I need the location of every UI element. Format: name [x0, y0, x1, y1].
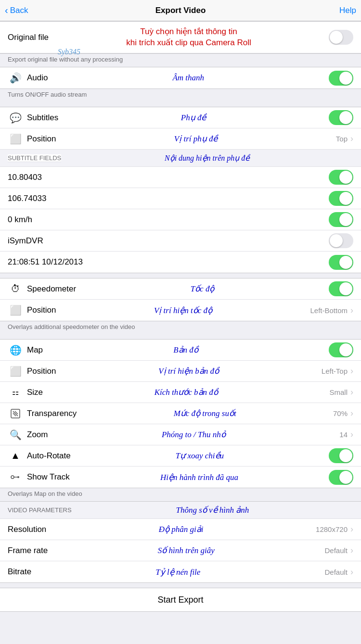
map-transparency-label: Transparency: [27, 409, 77, 418]
map-autorotate-icon: ▲: [8, 448, 23, 464]
map-size-hint: Kích thước bản đồ: [43, 387, 329, 397]
map-showtrack-label: Show Track: [27, 472, 70, 482]
resolution-chevron-icon: ›: [350, 524, 353, 534]
speedometer-position-value: Left-Bottom: [310, 306, 348, 315]
original-file-toggle[interactable]: [329, 30, 353, 45]
subtitles-label: Subtitles: [27, 113, 58, 123]
speedometer-position-hint: Vị trí hiện tốc độ: [56, 305, 310, 316]
subtitle-field-label-2: 0 km/h: [8, 215, 32, 225]
speedometer-section: ⏱ Speedometer Tốc độ ⬜ Position Vị trí h…: [0, 278, 361, 321]
map-zoom-row[interactable]: 🔍 Zoom Phóng to / Thu nhỏ 14 ›: [0, 424, 361, 445]
subtitle-field-label-0: 10.80403: [8, 173, 42, 182]
map-autorotate-hint: Tự xoay chiều: [71, 451, 329, 461]
subtitles-toggle[interactable]: [329, 110, 353, 125]
map-size-row[interactable]: ⚏ Size Kích thước bản đồ Small ›: [0, 382, 361, 403]
speedometer-toggle[interactable]: [329, 281, 353, 296]
map-position-label: Position: [27, 366, 56, 376]
map-size-value: Small: [329, 388, 348, 396]
map-showtrack-hint: Hiện hành trình đã qua: [70, 472, 329, 482]
bitrate-label: Bitrate: [8, 567, 31, 577]
start-export-label: Start Export: [157, 595, 203, 605]
back-label: Back: [10, 6, 28, 15]
map-transparency-icon: [8, 406, 23, 421]
map-autorotate-toggle[interactable]: [329, 448, 353, 463]
map-size-chevron-icon: ›: [350, 387, 353, 397]
map-zoom-icon: 🔍: [8, 427, 23, 442]
subtitle-position-right: Top ›: [336, 134, 353, 144]
map-transparency-right: 70% ›: [333, 408, 353, 418]
original-file-row: Original file Tuỳ chọn hiện tắt thông ti…: [0, 22, 361, 53]
speedometer-footer: Overlays additional speedometer on the v…: [0, 321, 361, 334]
map-showtrack-icon: [8, 469, 23, 485]
map-hint: Bản đồ: [43, 345, 329, 355]
subtitle-field-toggle-1[interactable]: [329, 191, 353, 206]
back-button[interactable]: ‹ Back: [5, 5, 28, 16]
nav-title: Export Video: [155, 6, 206, 15]
speedometer-icon: ⏱: [8, 281, 23, 297]
map-transparency-value: 70%: [333, 409, 348, 417]
speedometer-position-row[interactable]: ⬜ Position Vị trí hiện tốc độ Left-Botto…: [0, 300, 361, 321]
subtitle-fields-header-row: SUBTITLE FIELDS Nội dung hiện trên phụ đ…: [0, 150, 361, 167]
map-showtrack-toggle[interactable]: [329, 470, 353, 485]
subtitle-field-row-2: 0 km/h: [0, 209, 361, 230]
audio-toggle[interactable]: [329, 71, 353, 86]
back-chevron-icon: ‹: [5, 5, 8, 16]
map-position-row[interactable]: ⬜ Position Vị trí hiện bản đồ Left-Top ›: [0, 361, 361, 382]
svg-point-4: [11, 476, 14, 479]
map-showtrack-row: Show Track Hiện hành trình đã qua: [0, 467, 361, 488]
map-row: 🌐 Map Bản đồ: [0, 340, 361, 361]
map-autorotate-row: ▲ Auto-Rotate Tự xoay chiều: [0, 445, 361, 467]
resolution-label: Resolution: [8, 525, 46, 534]
subtitle-field-toggle-2[interactable]: [329, 212, 353, 227]
map-label: Map: [27, 345, 43, 355]
map-position-hint: Vị trí hiện bản đồ: [56, 366, 321, 376]
subtitle-field-toggle-3[interactable]: [329, 233, 353, 248]
map-zoom-label: Zoom: [27, 430, 48, 440]
map-toggle[interactable]: [329, 342, 353, 357]
subtitle-field-label-1: 106.74033: [8, 194, 46, 203]
framerate-chevron-icon: ›: [350, 545, 353, 556]
subtitle-position-icon: ⬜: [8, 131, 23, 147]
speedometer-row: ⏱ Speedometer Tốc độ: [0, 278, 361, 300]
help-button[interactable]: Help: [339, 6, 356, 15]
subtitle-field-toggle-0[interactable]: [329, 170, 353, 185]
subtitle-field-row-1: 106.74033: [0, 188, 361, 209]
subtitle-fields-section-label: SUBTITLE FIELDS: [8, 154, 61, 162]
framerate-row[interactable]: Frame rate Số hình trên giây Default ›: [0, 540, 361, 561]
framerate-hint: Số hình trên giây: [48, 545, 324, 556]
start-export-button[interactable]: Start Export: [0, 588, 361, 612]
resolution-row[interactable]: Resolution Độ phân giải 1280x720 ›: [0, 519, 361, 540]
subtitle-position-chevron-icon: ›: [350, 134, 353, 144]
map-transparency-chevron-icon: ›: [350, 408, 353, 418]
resolution-right: 1280x720 ›: [316, 524, 353, 534]
map-position-right: Left-Top ›: [322, 366, 353, 376]
map-size-icon: ⚏: [8, 385, 23, 400]
subtitle-fields-hint: Nội dung hiện trên phụ đề: [61, 153, 353, 163]
subtitle-position-value: Top: [336, 135, 348, 143]
bitrate-row[interactable]: Bitrate Tỷ lệ nén file Default ›: [0, 561, 361, 582]
bitrate-chevron-icon: ›: [350, 567, 353, 577]
video-params-hint: Thông số về hình ảnh: [72, 505, 353, 515]
map-icon: 🌐: [8, 342, 23, 358]
map-zoom-right: 14 ›: [339, 429, 353, 440]
map-zoom-value: 14: [339, 430, 348, 439]
subtitle-field-row-4: 21:08:51 10/12/2013: [0, 252, 361, 273]
subtitle-position-row[interactable]: ⬜ Position Vị trí phụ đề Top ›: [0, 128, 361, 150]
speedometer-position-chevron-icon: ›: [350, 305, 353, 316]
subtitle-field-label-3: iSymDVR: [8, 236, 43, 246]
original-file-footer: Export original file without any process…: [0, 54, 361, 67]
map-footer: Overlays Map on the video: [0, 488, 361, 501]
subtitles-hint: Phụ đề: [58, 113, 329, 123]
map-transparency-hint: Mức độ trong suốt: [77, 408, 333, 418]
map-transparency-row[interactable]: Transparency Mức độ trong suốt 70% ›: [0, 403, 361, 424]
map-size-label: Size: [27, 388, 43, 397]
subtitle-field-toggle-4[interactable]: [329, 255, 353, 270]
framerate-label: Frame rate: [8, 546, 48, 556]
speedometer-position-label: Position: [27, 305, 56, 315]
subtitle-field-label-4: 21:08:51 10/12/2013: [8, 257, 83, 267]
framerate-value: Default: [324, 546, 348, 555]
audio-label: Audio: [27, 73, 48, 83]
original-file-hint: Tuỳ chọn hiện tắt thông tin khi trích xu…: [49, 26, 329, 48]
speedometer-position-right: Left-Bottom ›: [310, 305, 353, 316]
subtitle-position-hint: Vị trí phụ đề: [56, 134, 335, 144]
